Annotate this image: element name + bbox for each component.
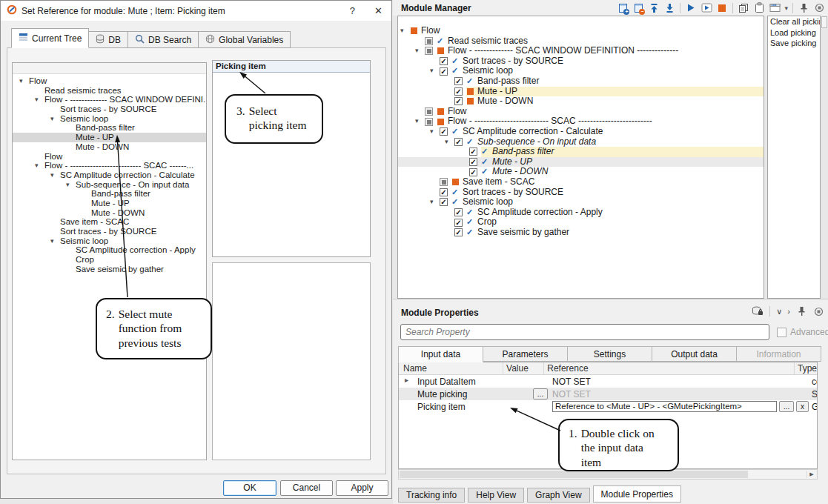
copy-icon[interactable] <box>738 2 749 14</box>
apply-button[interactable]: Apply <box>336 480 388 496</box>
expander-icon[interactable]: ▾ <box>445 137 448 147</box>
checkbox[interactable] <box>777 328 786 337</box>
list-item-load-picking[interactable]: Load picking <box>768 27 820 39</box>
clear-reference-button[interactable]: x <box>796 401 809 412</box>
tab-tracking-info[interactable]: Tracking info <box>398 488 465 503</box>
module-checkbox[interactable]: ✓ <box>440 67 448 76</box>
list-item-save-picking[interactable]: Save picking <box>768 38 820 49</box>
module-tree-item[interactable]: Save item - SCAC <box>398 177 764 188</box>
tab-graph-view[interactable]: Graph View <box>527 488 589 503</box>
tree-item[interactable]: Band-pass filter <box>13 189 206 199</box>
module-checkbox[interactable] <box>425 37 433 45</box>
run-interactive-icon[interactable] <box>701 2 712 14</box>
pin-icon[interactable] <box>798 2 809 14</box>
module-checkbox[interactable]: ✓ <box>454 138 463 146</box>
tree-item[interactable]: Mute - UP <box>13 133 206 142</box>
expander-icon[interactable]: ▾ <box>35 161 39 170</box>
module-checkbox[interactable]: ✓ <box>440 198 448 206</box>
tree-item[interactable]: Mute - UP <box>13 199 206 208</box>
tree-item[interactable]: ▾Sub-sequence - On input data <box>13 180 206 190</box>
move-up-icon[interactable] <box>648 2 660 14</box>
module-checkbox[interactable] <box>440 178 448 186</box>
module-checkbox[interactable] <box>425 118 433 126</box>
expander-icon[interactable]: ▾ <box>50 114 54 124</box>
list-item-clear-all-picking[interactable]: Clear all picking <box>768 16 820 27</box>
expander-icon[interactable]: ▾ <box>430 127 434 137</box>
tree-item[interactable]: ▾Seismic loop <box>13 114 206 124</box>
cancel-button[interactable]: Cancel <box>280 480 333 496</box>
reference-value-box[interactable]: Reference to <Mute - UP> - <GMutePicking… <box>552 401 777 412</box>
tree-item[interactable]: Sort traces - by SOURCE <box>13 227 206 236</box>
tree-item[interactable]: ▾Flow - ------------------------- SCAC -… <box>13 161 206 170</box>
run-flow-icon[interactable] <box>685 2 697 14</box>
browse-button[interactable]: ... <box>779 401 794 412</box>
tree-item[interactable]: SC Amplitude correction - Apply <box>13 245 206 255</box>
tree-item[interactable]: ▾Flow <box>13 76 206 86</box>
tree-item[interactable]: Save item - SCAC <box>13 217 206 227</box>
tree-item[interactable]: Mute - DOWN <box>13 142 206 152</box>
module-checkbox[interactable]: ✓ <box>469 147 477 156</box>
module-checkbox[interactable]: ✓ <box>454 87 463 96</box>
module-tree-item[interactable]: Flow <box>398 107 764 117</box>
module-tree-item[interactable]: ✓✓Crop <box>398 217 764 228</box>
module-checkbox[interactable]: ✓ <box>469 168 477 176</box>
module-tree-item[interactable]: ▾✓✓Seismic loop <box>398 66 764 76</box>
ok-button[interactable]: OK <box>223 480 276 496</box>
expander-icon[interactable]: ▾ <box>50 236 54 246</box>
auto-hide-icon[interactable] <box>812 305 824 317</box>
pin-icon[interactable] <box>795 305 807 317</box>
help-button[interactable]: ? <box>350 5 355 16</box>
module-tree-item[interactable]: ✓✓Band-pass filter <box>398 147 764 157</box>
db-lock-icon[interactable] <box>752 305 764 317</box>
module-tree-item[interactable]: ✓✓Sort traces - by SOURCE <box>398 188 764 198</box>
expander-icon[interactable]: ▾ <box>430 66 434 76</box>
tab-settings[interactable]: Settings <box>567 346 652 362</box>
module-tree-item[interactable]: ✓✓Save seismic by gather <box>398 228 764 238</box>
module-checkbox[interactable]: ✓ <box>469 158 477 166</box>
tree-item[interactable]: Save seismic by gather <box>13 265 206 274</box>
module-tree-item[interactable]: ✓✓Mute - DOWN <box>398 167 764 177</box>
tab-input-data[interactable]: Input data <box>398 346 483 362</box>
tree-item[interactable]: Flow <box>13 152 206 162</box>
tree-item[interactable]: Crop <box>13 255 206 265</box>
module-checkbox[interactable]: ✓ <box>440 188 448 196</box>
module-tree-item[interactable]: ✓Mute - DOWN <box>398 96 764 107</box>
module-checkbox[interactable] <box>425 47 433 55</box>
close-button[interactable]: ✕ <box>374 5 382 16</box>
chevron-down-icon[interactable]: ∨ <box>776 308 782 316</box>
dropdown-arrow-icon[interactable]: ▾ <box>784 4 788 12</box>
module-checkbox[interactable]: ✓ <box>440 127 448 136</box>
new-flow-window-icon[interactable] <box>769 2 781 14</box>
module-checkbox[interactable]: ✓ <box>454 228 463 236</box>
auto-hide-icon[interactable] <box>813 2 825 14</box>
tree-item[interactable]: Band-pass filter <box>13 123 206 133</box>
module-checkbox[interactable]: ✓ <box>454 77 463 85</box>
expander-icon[interactable]: ▾ <box>35 95 39 105</box>
tab-current-tree[interactable]: Current Tree <box>11 28 89 48</box>
module-checkbox[interactable]: ✓ <box>454 219 463 227</box>
tree-item[interactable]: Sort traces - by SOURCE <box>13 105 206 114</box>
module-checkbox[interactable]: ✓ <box>454 208 463 216</box>
module-tree-item[interactable]: ▾Flow - ------------- SCAC WINDOW DEFINI… <box>398 46 764 56</box>
table-row-input-dataitem[interactable]: ▸ Input DataItem NOT SET con <box>399 375 817 388</box>
module-checkbox[interactable]: ✓ <box>454 97 463 105</box>
module-tree-item[interactable]: ✓✓Mute - UP <box>398 157 764 168</box>
tree-item[interactable]: ▾SC Amplitude correction - Calculate <box>13 170 206 180</box>
tab-db-search[interactable]: DB Search <box>127 31 199 48</box>
expander-icon[interactable]: ▾ <box>19 76 23 86</box>
scroll-right-arrow[interactable]: ▶ <box>807 471 816 478</box>
module-tree-item[interactable]: ✓✓Band-pass filter <box>398 76 764 87</box>
search-property-input[interactable] <box>400 324 769 340</box>
module-tree-item[interactable]: ✓Mute - UP <box>398 87 764 97</box>
advanced-checkbox[interactable]: Advanced <box>777 327 828 337</box>
module-tree-item[interactable]: ▾✓✓Sub-sequence - On input data <box>398 137 764 147</box>
chevron-right-icon[interactable]: › <box>787 308 790 316</box>
module-tree-item[interactable]: ▾Flow - ------------------------- SCAC -… <box>398 116 764 127</box>
module-tree-item[interactable]: ✓✓Sort traces - by SOURCE <box>398 56 764 67</box>
table-row-picking-item[interactable]: Picking item Reference to <Mute - UP> - … <box>399 400 817 413</box>
scrollbar-thumb[interactable] <box>400 471 748 478</box>
tree-item[interactable]: Mute - DOWN <box>13 208 206 218</box>
paste-icon[interactable] <box>753 2 765 14</box>
expander-icon[interactable]: ▸ <box>405 376 408 384</box>
stop-icon[interactable] <box>716 2 728 14</box>
